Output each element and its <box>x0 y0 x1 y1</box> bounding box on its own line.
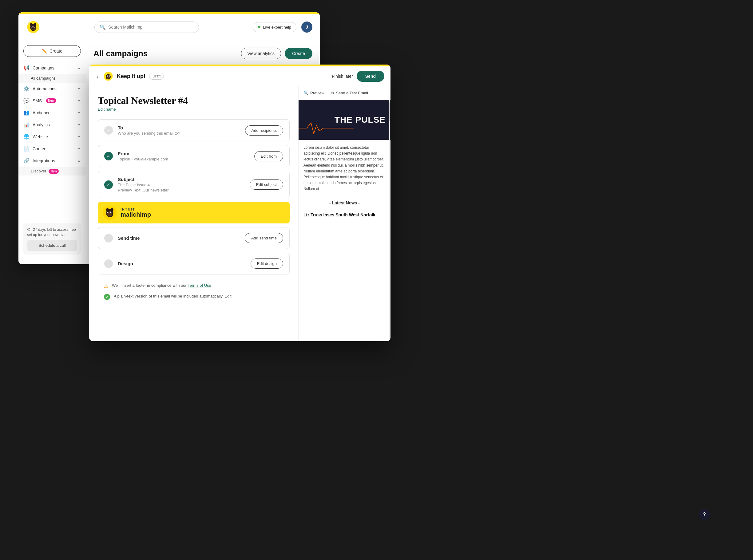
search-bar[interactable]: 🔍 <box>94 21 199 33</box>
upgrade-box: ⏱ 27 days left to access free set up for… <box>23 223 81 255</box>
edit-subject-label: Edit subject <box>256 182 277 187</box>
schedule-call-button[interactable]: Schedule a call <box>27 240 77 251</box>
warning-icon: ⚠ <box>104 283 108 289</box>
sidebar-item-audience[interactable]: 👥 Audience ▼ <box>18 107 86 119</box>
back-button[interactable]: ‹ <box>95 73 100 80</box>
mailchimp-banner-inline: INTUIT mailchimp <box>98 202 290 223</box>
live-help-label: Live expert help <box>263 25 291 29</box>
view-analytics-label: View analytics <box>247 51 275 56</box>
to-field-row: ✓ To Who are you sending this email to? … <box>98 120 289 141</box>
help-button[interactable]: ? <box>699 509 710 520</box>
pulse-title: THE PULSE <box>335 115 385 125</box>
news-item: Liz Truss loses South West Norfolk <box>299 208 391 221</box>
to-sublabel: Who are you sending this email to? <box>118 131 240 136</box>
footer-notice-text: We'll insert a footer in compliance with… <box>112 283 211 288</box>
editor-body: Topical Newsletter #4 Edit name ✓ To Who… <box>89 86 391 341</box>
campaigns-icon: 📢 <box>23 65 29 71</box>
plain-text-text: A plain-text version of this email will … <box>114 294 232 298</box>
chevron-down-icon: ▼ <box>77 87 81 91</box>
editor-right: 🔍 Preview ✉ Send a Test Email THE PULSE <box>298 86 391 341</box>
page-header: All campaigns View analytics Create <box>94 48 312 59</box>
preview-toolbar: 🔍 Preview ✉ Send a Test Email <box>299 86 391 100</box>
upgrade-text: 27 days left to access free set up for y… <box>27 227 76 237</box>
send-time-info: Send time <box>118 236 240 241</box>
subject-field-info: Subject The Pulse Issue 4 Preview Text: … <box>118 177 245 193</box>
preview-scrollbar[interactable] <box>389 100 390 341</box>
design-field-row: Design Edit design <box>98 253 289 274</box>
preview-button[interactable]: 🔍 Preview <box>303 91 324 95</box>
preview-icon: 🔍 <box>303 91 309 95</box>
user-avatar[interactable]: J <box>301 21 312 33</box>
from-field-row: ✓ From Topical • you@example.com Edit fr… <box>98 145 289 167</box>
user-initial: J <box>305 25 308 29</box>
terms-link[interactable]: Terms of Use <box>187 283 211 288</box>
sidebar-item-integrations[interactable]: 🔗 Integrations ▲ <box>18 155 86 166</box>
edit-from-button[interactable]: Edit from <box>254 151 283 161</box>
automations-icon: ⚙️ <box>23 86 29 92</box>
chevron-down-icon4: ▼ <box>77 123 81 127</box>
live-help-button[interactable]: Live expert help <box>253 22 296 32</box>
edit-subject-button[interactable]: Edit subject <box>250 180 283 189</box>
page-title: All campaigns <box>94 49 147 58</box>
finish-later-label: Finish later <box>332 74 353 79</box>
subject-label: Subject <box>118 177 245 182</box>
news-headline: Liz Truss loses South West Norfolk <box>303 212 385 218</box>
view-analytics-button[interactable]: View analytics <box>241 48 281 59</box>
design-label: Design <box>118 261 246 266</box>
sidebar-item-automations[interactable]: ⚙️ Automations ▼ <box>18 83 86 95</box>
sidebar-sms-label: SMS <box>33 98 42 103</box>
preview-label: Preview <box>310 91 324 95</box>
sidebar-analytics-label: Analytics <box>33 122 50 127</box>
sidebar-content-label: Content <box>33 146 48 151</box>
intuit-label: INTUIT <box>121 207 151 211</box>
preview-body-text: Lorem ipsum dolor sit amet, consectetur … <box>299 140 391 197</box>
sidebar-item-sms[interactable]: 💬 SMS New ▼ <box>18 95 86 107</box>
add-send-time-button[interactable]: Add send time <box>245 233 283 243</box>
campaign-name: Topical Newsletter #4 <box>98 95 290 106</box>
sidebar-item-analytics[interactable]: 📊 Analytics ▼ <box>18 119 86 131</box>
sidebar-website-label: Website <box>33 134 48 139</box>
send-button[interactable]: Send <box>357 71 384 82</box>
design-field-card: Design Edit design <box>98 253 290 275</box>
create-campaign-button[interactable]: Create <box>285 48 312 59</box>
editor-header-actions: Finish later Send <box>332 71 384 82</box>
chevron-up-icon: ▲ <box>77 66 81 70</box>
create-button[interactable]: ✏️ Create <box>23 45 81 57</box>
design-check <box>104 259 113 268</box>
sidebar-audience-label: Audience <box>33 111 51 115</box>
pencil-icon: ✏️ <box>42 48 47 54</box>
sidebar-item-website[interactable]: 🌐 Website ▼ <box>18 131 86 143</box>
finish-later-button[interactable]: Finish later <box>332 74 353 79</box>
svg-point-16 <box>109 76 110 76</box>
svg-point-15 <box>107 76 107 76</box>
edit-design-button[interactable]: Edit design <box>251 259 283 268</box>
subject-field-row: ✓ Subject The Pulse Issue 4 Preview Text… <box>98 171 289 198</box>
subject-check: ✓ <box>104 180 113 189</box>
sidebar-item-all-campaigns[interactable]: All campaigns <box>18 74 86 83</box>
discover-badge: New <box>48 169 59 174</box>
to-field-card: ✓ To Who are you sending this email to? … <box>98 119 290 141</box>
mailchimp-label: mailchimp <box>121 211 151 218</box>
editor-header: ‹ Keep it up! Draft Finish later Send <box>89 66 391 86</box>
add-recipients-button[interactable]: Add recipients <box>245 125 283 136</box>
sidebar-item-discover[interactable]: Discover New <box>18 166 86 176</box>
search-input[interactable] <box>108 25 194 29</box>
check-circle-icon: ✓ <box>104 294 110 300</box>
from-check: ✓ <box>104 152 113 160</box>
live-indicator <box>258 26 260 28</box>
from-label: From <box>118 151 249 156</box>
sidebar-item-campaigns[interactable]: 📢 Campaigns ▲ <box>18 62 86 74</box>
chevron-down-icon2: ▼ <box>77 99 81 103</box>
sidebar-item-content[interactable]: 📄 Content ▼ <box>18 143 86 155</box>
latest-news-divider: - Latest News - <box>303 197 385 208</box>
send-test-email-button[interactable]: ✉ Send a Test Email <box>331 91 368 95</box>
header-actions: View analytics Create <box>241 48 312 59</box>
send-time-field-card: Send time Add send time <box>98 227 290 249</box>
edit-name-link[interactable]: Edit name <box>98 107 116 112</box>
mailchimp-logo <box>26 20 41 35</box>
footer-notice: ⚠ We'll insert a footer in compliance wi… <box>98 278 290 294</box>
from-sublabel: Topical • you@example.com <box>118 157 249 161</box>
create-campaign-label: Create <box>292 51 305 56</box>
preview-content[interactable]: THE PULSE Lorem ipsum dolor sit amet, co… <box>299 100 391 341</box>
to-label: To <box>118 125 240 130</box>
